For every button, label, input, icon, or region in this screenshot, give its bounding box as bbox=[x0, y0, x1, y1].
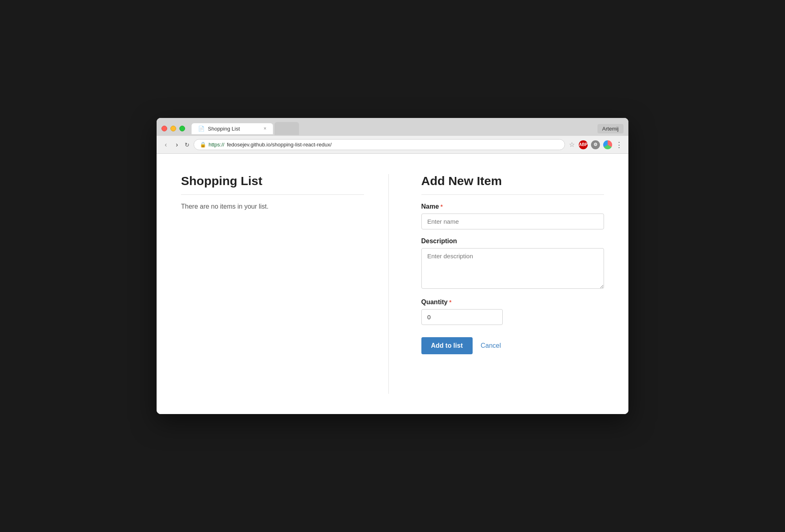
active-tab[interactable]: 📄 Shopping List × bbox=[192, 123, 273, 134]
lock-icon: 🔒 bbox=[200, 142, 206, 148]
extensions-area: ABP ⚙ ⋮ bbox=[579, 140, 623, 149]
user-menu-button[interactable]: Artemij bbox=[597, 124, 624, 133]
quantity-form-group: Quantity * bbox=[421, 299, 604, 325]
description-input[interactable] bbox=[421, 248, 604, 289]
maximize-button[interactable] bbox=[179, 126, 185, 131]
name-input[interactable] bbox=[421, 214, 604, 229]
close-button[interactable] bbox=[161, 126, 167, 131]
name-form-group: Name * bbox=[421, 203, 604, 229]
bookmark-button[interactable]: ☆ bbox=[569, 141, 575, 148]
empty-list-message: There are no items in your list. bbox=[181, 203, 364, 210]
name-required-indicator: * bbox=[440, 203, 443, 210]
page-content: Shopping List There are no items in your… bbox=[157, 154, 628, 414]
forward-button[interactable]: › bbox=[173, 140, 180, 149]
right-panel: Add New Item Name * Description Quantity… bbox=[421, 174, 604, 394]
inactive-tab[interactable] bbox=[275, 122, 299, 135]
description-form-group: Description bbox=[421, 238, 604, 290]
form-actions: Add to list Cancel bbox=[421, 337, 604, 354]
quantity-label: Quantity * bbox=[421, 299, 604, 306]
url-https: https:// bbox=[209, 142, 225, 148]
back-button[interactable]: ‹ bbox=[162, 140, 169, 149]
quantity-required-indicator: * bbox=[449, 299, 451, 305]
adblock-extension-icon[interactable]: ABP bbox=[579, 140, 588, 149]
add-item-form-title: Add New Item bbox=[421, 174, 604, 195]
tab-document-icon: 📄 bbox=[198, 126, 205, 132]
address-bar[interactable]: 🔒 https://fedosejev.github.io/shopping-l… bbox=[194, 139, 565, 150]
traffic-lights bbox=[161, 126, 185, 131]
tab-bar: 📄 Shopping List × Artemij bbox=[157, 118, 628, 136]
shopping-list-title: Shopping List bbox=[181, 174, 364, 195]
cancel-button[interactable]: Cancel bbox=[481, 342, 501, 349]
gear-icon: ⚙ bbox=[593, 142, 597, 147]
title-bar: 📄 Shopping List × Artemij ‹ › ↻ 🔒 https:… bbox=[157, 118, 628, 154]
gear-extension-icon[interactable]: ⚙ bbox=[591, 140, 600, 149]
reload-button[interactable]: ↻ bbox=[185, 142, 190, 148]
nav-bar: ‹ › ↻ 🔒 https://fedosejev.github.io/shop… bbox=[157, 136, 628, 154]
description-label: Description bbox=[421, 238, 604, 245]
name-label: Name * bbox=[421, 203, 604, 210]
url-rest: fedosejev.github.io/shopping-list-react-… bbox=[227, 142, 332, 148]
tab-title: Shopping List bbox=[208, 126, 240, 132]
minimize-button[interactable] bbox=[170, 126, 176, 131]
tab-close-button[interactable]: × bbox=[264, 126, 266, 131]
quantity-input[interactable] bbox=[421, 309, 503, 325]
browser-window: 📄 Shopping List × Artemij ‹ › ↻ 🔒 https:… bbox=[157, 118, 628, 414]
browser-menu-button[interactable]: ⋮ bbox=[615, 140, 623, 149]
left-panel: Shopping List There are no items in your… bbox=[181, 174, 389, 394]
add-to-list-button[interactable]: Add to list bbox=[421, 337, 473, 354]
circle-extension-icon[interactable] bbox=[603, 140, 612, 149]
